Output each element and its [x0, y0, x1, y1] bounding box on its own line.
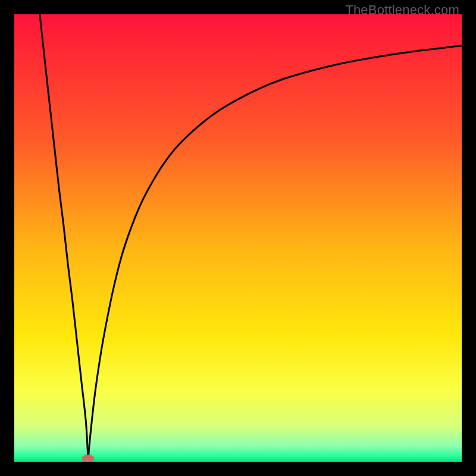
curve-left-branch	[40, 14, 88, 459]
bottleneck-curve	[14, 14, 462, 462]
chart-frame: TheBottleneck.com	[0, 0, 476, 476]
minimum-marker	[82, 455, 95, 462]
plot-area	[14, 14, 462, 462]
watermark-text: TheBottleneck.com	[345, 2, 459, 18]
curve-right-branch	[88, 46, 462, 460]
